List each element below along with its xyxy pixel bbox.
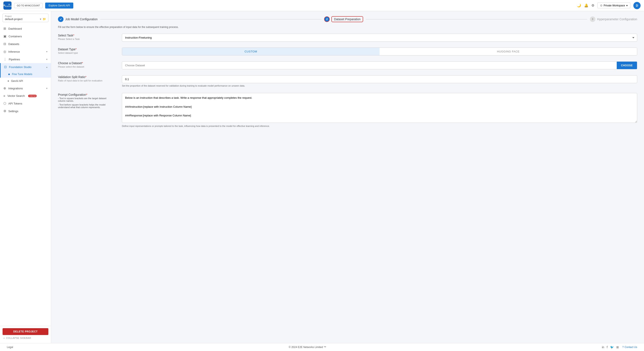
select-task-label: Select Task* xyxy=(58,34,113,37)
chevron-down-icon: ▾ xyxy=(40,18,41,21)
choose-dataset-button[interactable]: CHOOSE xyxy=(617,62,637,69)
go-to-myaccount-button[interactable]: GO TO MYACCOUNT xyxy=(14,3,42,8)
choose-dataset-label-col: Choose a Dataset* Please select the data… xyxy=(58,61,113,68)
sidebar-item-datasets[interactable]: ⊟ Datasets xyxy=(0,40,51,48)
footer-socials: in f 🐦 ⊞ xyxy=(602,345,619,349)
validation-split-input-col: Set the proportion of the dataset reserv… xyxy=(122,75,637,87)
project-select-row: default-project ▾ 📁 xyxy=(5,18,46,21)
twitter-icon[interactable]: 🐦 xyxy=(610,345,614,349)
step-1-circle: ✓ xyxy=(58,17,64,22)
collapse-sidebar-button[interactable]: « COLLAPSE SIDEBAR xyxy=(2,335,48,341)
step-line-2 xyxy=(366,19,587,20)
avatar[interactable]: D xyxy=(633,2,640,9)
logo-icon: TIR AI PLATFORM xyxy=(4,2,12,10)
contact-us-button[interactable]: ? Contact Us xyxy=(622,346,637,349)
sidebar-item-genai-api[interactable]: GenAI API xyxy=(0,78,51,85)
api-tokens-icon: ⬡ xyxy=(4,102,6,105)
choose-dataset-label: Choose a Dataset* xyxy=(58,61,113,65)
gear-icon[interactable]: ⚙ xyxy=(591,4,594,8)
sidebar-item-label: Foundation Studio xyxy=(9,66,32,69)
sidebar-item-inference[interactable]: ◎ Inference ▾ xyxy=(0,48,51,56)
facebook-icon[interactable]: f xyxy=(607,345,608,349)
step-1-label: Job Model Configuration xyxy=(65,18,98,21)
sidebar-item-label: API Tokens xyxy=(8,102,22,105)
prompt-config-input-col: Below is an instruction that describes a… xyxy=(122,93,637,127)
footer: Legal © 2024 E2E Networks Limited ™ in f… xyxy=(0,343,644,351)
choose-dataset-input-col: CHOOSE xyxy=(122,61,637,69)
content-area: ✓ Job Model Configuration 2 Dataset Prep… xyxy=(51,11,644,343)
sidebar-bottom: DELETE PROJECT « COLLAPSE SIDEBAR xyxy=(0,326,51,343)
chevron-down-icon: ▾ xyxy=(46,50,48,53)
contact-us-label: Contact Us xyxy=(624,346,637,349)
pipelines-icon: ⋮ xyxy=(4,57,6,61)
sidebar-item-dashboard[interactable]: ⊞ Dashboard xyxy=(0,25,51,33)
validation-split-section: Validation Split Ratio* Ratio of input d… xyxy=(58,75,637,87)
validation-split-input[interactable] xyxy=(122,75,637,83)
internal-badge: Internal xyxy=(28,95,37,97)
main-layout: Project default-project ▾ 📁 ⊞ Dashboard … xyxy=(0,11,644,343)
sidebar-item-containers[interactable]: ▣ Containers xyxy=(0,33,51,40)
dataset-type-label: Dataset Type* xyxy=(58,48,113,51)
sidebar-item-integrations[interactable]: ⊕ Integrations ▾ xyxy=(0,85,51,92)
active-dot xyxy=(8,74,10,75)
chevron-up-icon: ▴ xyxy=(46,66,48,69)
footer-copy: © 2024 E2E Networks Limited ™ xyxy=(289,346,326,349)
linkedin-icon[interactable]: in xyxy=(602,345,604,349)
sidebar-item-fine-tune-models[interactable]: Fine Tune Models xyxy=(0,71,51,78)
project-selector[interactable]: Project default-project ▾ 📁 xyxy=(2,14,48,22)
prompt-config-textarea[interactable]: Below is an instruction that describes a… xyxy=(122,93,637,123)
sidebar-item-settings[interactable]: ⚙ Settings xyxy=(0,107,51,115)
validation-split-label: Validation Split Ratio* xyxy=(58,75,113,79)
sidebar-item-label: GenAI API xyxy=(11,80,23,83)
sidebar-item-vector-search[interactable]: ≡ Vector Search Internal xyxy=(0,92,51,100)
logo: TIR AI PLATFORM xyxy=(4,2,12,10)
sidebar-item-foundation-studio[interactable]: ⊡ Foundation Studio ▴ xyxy=(0,63,51,71)
containers-icon: ▣ xyxy=(4,34,6,38)
sidebar-item-label: Settings xyxy=(8,110,18,113)
choose-dataset-section: Choose a Dataset* Please select the data… xyxy=(58,61,637,69)
sidebar-item-label: Pipelines xyxy=(9,58,20,61)
step-3: 3 Hyperparameter Configuration xyxy=(590,17,637,22)
sidebar-item-label: Fine Tune Models xyxy=(12,73,32,76)
dataset-type-custom-button[interactable]: CUSTOM xyxy=(122,48,380,55)
project-label: Project xyxy=(5,15,46,18)
sidebar-item-label: Containers xyxy=(8,35,22,38)
collapse-icon: « xyxy=(4,337,5,339)
prompt-config-note2: - Text before square brackets helps the … xyxy=(58,103,113,109)
prompt-config-hint: Define input representations or prompts … xyxy=(122,125,637,127)
select-task-dropdown[interactable]: Instruction-Finetuning Text Classificati… xyxy=(122,34,637,42)
choose-dataset-input[interactable] xyxy=(122,62,617,69)
rss-icon[interactable]: ⊞ xyxy=(616,345,619,349)
sidebar-item-api-tokens[interactable]: ⬡ API Tokens xyxy=(0,100,51,107)
delete-project-button[interactable]: DELETE PROJECT xyxy=(2,328,48,335)
explore-genai-api-button[interactable]: Explore GenAI API xyxy=(45,3,73,9)
folder-icon: 📁 xyxy=(42,18,46,21)
settings-icon: ⚙ xyxy=(4,109,6,113)
workspace-icon: ⊙ xyxy=(600,4,602,7)
navbar: TIR AI PLATFORM GO TO MYACCOUNT Explore … xyxy=(0,0,644,11)
prompt-config-section: Prompt Configuration* - Text in square b… xyxy=(58,93,637,127)
choose-dataset-sublabel: Please select the dataset xyxy=(58,66,113,68)
footer-legal[interactable]: Legal xyxy=(7,346,13,349)
inference-icon: ◎ xyxy=(4,50,6,54)
dataset-type-input-col: CUSTOM HUGGING FACE xyxy=(122,48,637,56)
validation-split-hint: Set the proportion of the dataset reserv… xyxy=(122,85,637,87)
datasets-icon: ⊟ xyxy=(4,42,6,46)
dot-icon xyxy=(8,80,9,82)
step-2-label: Dataset Preparation xyxy=(334,18,360,21)
project-name: default-project xyxy=(5,18,22,21)
workspace-button[interactable]: ⊙ Private Workspace ▾ xyxy=(597,3,630,8)
navbar-right: 🌙 🔔 ⚙ ⊙ Private Workspace ▾ D xyxy=(577,2,640,9)
dataset-type-section: Dataset Type* Select dataset type CUSTOM… xyxy=(58,48,637,56)
bell-icon[interactable]: 🔔 xyxy=(584,4,588,8)
moon-icon[interactable]: 🌙 xyxy=(577,4,581,8)
prompt-config-label: Prompt Configuration* xyxy=(58,93,113,96)
validation-split-sublabel: Ratio of input data to be split for eval… xyxy=(58,79,113,82)
prompt-config-label-col: Prompt Configuration* - Text in square b… xyxy=(58,93,113,109)
step-line-1 xyxy=(100,19,322,20)
sidebar-item-label: Inference xyxy=(8,50,20,53)
select-task-label-col: Select Task* Please Select a Task xyxy=(58,34,113,40)
sidebar-item-pipelines[interactable]: ⋮ Pipelines ▾ xyxy=(0,56,51,63)
dataset-type-hugging-face-button[interactable]: HUGGING FACE xyxy=(380,48,637,55)
select-task-section: Select Task* Please Select a Task Instru… xyxy=(58,34,637,42)
